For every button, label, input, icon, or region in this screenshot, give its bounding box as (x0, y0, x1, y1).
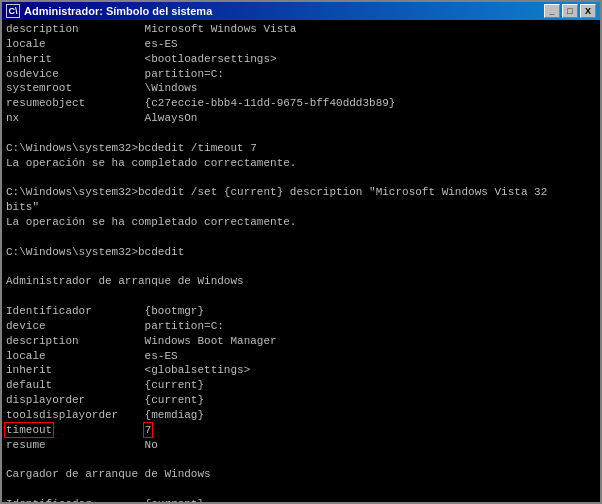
line-7: nx AlwaysOn (6, 111, 596, 126)
line-11 (6, 170, 596, 185)
line-12: C:\Windows\system32>bcdedit /set {curren… (6, 185, 596, 200)
timeout-value: 7 (145, 424, 152, 436)
line-18: Administrador de arranque de Windows (6, 274, 596, 289)
window-title: Administrador: Símbolo del sistema (24, 5, 212, 17)
line-22: description Windows Boot Manager (6, 334, 596, 349)
line-29: resume No (6, 438, 596, 453)
line-24: inherit <globalsettings> (6, 363, 596, 378)
title-bar-left: C\ Administrador: Símbolo del sistema (6, 4, 212, 18)
line-15 (6, 230, 596, 245)
line-21: device partition=C: (6, 319, 596, 334)
line-3: inherit <bootloadersettings> (6, 52, 596, 67)
line-5: systemroot \Windows (6, 81, 596, 96)
line-25: default {current} (6, 378, 596, 393)
minimize-button[interactable]: _ (544, 4, 560, 18)
line-timeout: timeout 7 (6, 423, 596, 438)
line-32 (6, 482, 596, 497)
line-20: Identificador {bootmgr} (6, 304, 596, 319)
line-19 (6, 289, 596, 304)
title-bar: C\ Administrador: Símbolo del sistema _ … (2, 2, 600, 20)
window: C\ Administrador: Símbolo del sistema _ … (0, 0, 602, 504)
line-27: toolsdisplayorder {memdiag} (6, 408, 596, 423)
line-10: La operación se ha completado correctame… (6, 156, 596, 171)
line-14: La operación se ha completado correctame… (6, 215, 596, 230)
line-16: C:\Windows\system32>bcdedit (6, 245, 596, 260)
line-4: osdevice partition=C: (6, 67, 596, 82)
line-8 (6, 126, 596, 141)
title-bar-buttons: _ □ X (544, 4, 596, 18)
maximize-button[interactable]: □ (562, 4, 578, 18)
line-2: locale es-ES (6, 37, 596, 52)
close-button[interactable]: X (580, 4, 596, 18)
line-13: bits" (6, 200, 596, 215)
cmd-icon: C\ (6, 4, 20, 18)
line-26: displayorder {current} (6, 393, 596, 408)
timeout-label: timeout (6, 424, 52, 436)
terminal-area[interactable]: description Microsoft Windows Vista loca… (2, 20, 600, 502)
line-31: Cargador de arranque de Windows (6, 467, 596, 482)
line-33: Identificador {current} (6, 497, 596, 502)
line-23: locale es-ES (6, 349, 596, 364)
line-1: description Microsoft Windows Vista (6, 22, 596, 37)
line-17 (6, 260, 596, 275)
line-9: C:\Windows\system32>bcdedit /timeout 7 (6, 141, 596, 156)
line-6: resumeobject {c27eccie-bbb4-11dd-9675-bf… (6, 96, 596, 111)
line-30 (6, 452, 596, 467)
